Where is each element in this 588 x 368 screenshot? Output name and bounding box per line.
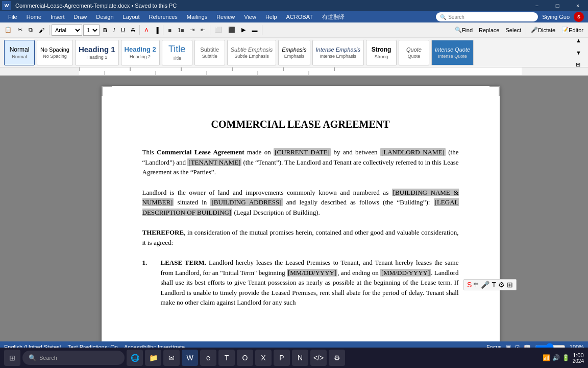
style-intense-emphasis[interactable]: Intense Emphasis Intense Emphasis bbox=[312, 40, 364, 65]
menu-insert[interactable]: Insert bbox=[46, 13, 69, 21]
clock[interactable]: 1:00 2024 bbox=[573, 352, 584, 364]
para1-prefix: This bbox=[142, 148, 157, 156]
menu-review[interactable]: Review bbox=[212, 13, 239, 21]
menu-design[interactable]: Design bbox=[92, 13, 117, 21]
menu-view[interactable]: View bbox=[240, 13, 260, 21]
translate-icon: T bbox=[492, 281, 496, 289]
style-normal[interactable]: Normal Normal bbox=[4, 40, 35, 65]
outdent-btn[interactable]: ⇤ bbox=[198, 25, 208, 36]
clipboard-btn[interactable]: 📋 bbox=[2, 25, 14, 36]
style-heading2[interactable]: Heading 2 Heading 2 bbox=[121, 40, 160, 65]
taskbar-app2[interactable]: ⚙ bbox=[329, 350, 345, 366]
replace-btn[interactable]: Replace bbox=[476, 25, 502, 36]
align-right-btn[interactable]: ▶ bbox=[239, 25, 248, 36]
menu-file[interactable]: File bbox=[4, 13, 21, 21]
dictate-btn[interactable]: 🎤 Dictate bbox=[528, 25, 558, 36]
taskbar-teams[interactable]: T bbox=[218, 350, 235, 366]
style-strong[interactable]: Strong Strong bbox=[366, 40, 397, 65]
search-input[interactable] bbox=[448, 14, 534, 20]
taskbar-outlook[interactable]: O bbox=[237, 350, 253, 366]
strikethrough-btn[interactable]: S bbox=[129, 25, 137, 36]
menu-draw[interactable]: Draw bbox=[70, 13, 91, 21]
main-area: COMMERCIAL LEASE AGREEMENT This Commerci… bbox=[0, 76, 588, 341]
font-selector[interactable]: Arial bbox=[52, 25, 82, 36]
style-subtle-emphasis[interactable]: Subtle Emphasis Subtle Emphasis bbox=[227, 40, 277, 65]
cut-btn[interactable]: ✂ bbox=[15, 25, 25, 36]
list-num-1: 1. bbox=[142, 258, 153, 308]
start-button[interactable]: ⊞ bbox=[4, 350, 20, 366]
styles-down-btn[interactable]: ▼ bbox=[573, 47, 584, 58]
document-area[interactable]: COMMERCIAL LEASE AGREEMENT This Commerci… bbox=[79, 76, 522, 341]
date1-placeholder: [MM/DD/YYYY] bbox=[287, 269, 337, 277]
para-3: THEREFORE, in consideration of the mutua… bbox=[142, 227, 459, 247]
para-1: This Commercial Lease Agreement made on … bbox=[142, 147, 459, 177]
taskbar-explorer[interactable]: 📁 bbox=[145, 350, 161, 366]
style-no-spacing[interactable]: No Spacing No Spacing bbox=[37, 40, 73, 65]
highlight-btn[interactable]: ▐ bbox=[152, 25, 161, 36]
align-left-btn[interactable]: ⬜ bbox=[212, 25, 225, 36]
para1-by: by and between bbox=[331, 148, 380, 156]
user-avatar[interactable]: S bbox=[574, 12, 584, 22]
menu-help[interactable]: Help bbox=[261, 13, 281, 21]
document-title: COMMERCIAL LEASE AGREEMENT bbox=[142, 117, 459, 132]
menu-translate[interactable]: 有道翻译 bbox=[318, 12, 349, 22]
align-center-btn[interactable]: ⬛ bbox=[226, 25, 238, 36]
styles-more-btn[interactable]: ⊞ bbox=[573, 59, 584, 68]
copy-btn[interactable]: ⧉ bbox=[26, 25, 35, 36]
taskbar-search-label: Search bbox=[39, 355, 57, 361]
taskbar-vscode[interactable]: </> bbox=[310, 350, 327, 366]
title-bar: W Commercial-Lease-Agreement-Template.do… bbox=[0, 0, 588, 11]
find-btn[interactable]: 🔍 Find bbox=[452, 25, 475, 36]
red-icon: S bbox=[467, 281, 472, 289]
separator3 bbox=[163, 25, 163, 35]
taskbar-powerpoint[interactable]: P bbox=[274, 350, 290, 366]
therefore-text: THEREFORE bbox=[142, 228, 184, 236]
taskbar-search-bar[interactable]: 🔍 Search bbox=[22, 351, 125, 365]
section1-text2: , and ending on bbox=[337, 269, 380, 277]
menu-layout[interactable]: Layout bbox=[119, 13, 144, 21]
style-quote[interactable]: Quote Quote bbox=[399, 40, 429, 65]
indent-btn[interactable]: ⇥ bbox=[187, 25, 197, 36]
taskbar-right: 📶 🔊 🔋 1:00 2024 bbox=[543, 352, 584, 364]
style-subtitle[interactable]: Subtitle Subtitle bbox=[194, 40, 225, 65]
menu-references[interactable]: References bbox=[145, 13, 182, 21]
justify-btn[interactable]: ▬ bbox=[249, 25, 260, 36]
floating-toolbar[interactable]: S 中 🎤 T ⚙ ⊞ bbox=[463, 279, 517, 290]
bullets-btn[interactable]: ≡ bbox=[165, 25, 174, 36]
menu-bar: File Home Insert Draw Design Layout Refe… bbox=[0, 11, 588, 22]
menu-mailings[interactable]: Mailings bbox=[183, 13, 211, 21]
font-color-btn[interactable]: A bbox=[142, 25, 151, 36]
para-2: Landlord is the owner of land and improv… bbox=[142, 188, 459, 218]
select-btn[interactable]: Select bbox=[503, 25, 524, 36]
style-title[interactable]: Title Title bbox=[162, 40, 192, 65]
styles-up-btn[interactable]: ▲ bbox=[573, 38, 584, 46]
taskbar-edge[interactable]: e bbox=[200, 350, 216, 366]
page[interactable]: COMMERCIAL LEASE AGREEMENT This Commerci… bbox=[102, 86, 500, 341]
style-intense-quote[interactable]: Intense Quote Intense Quote bbox=[431, 40, 474, 65]
numbering-btn[interactable]: 1≡ bbox=[175, 25, 187, 36]
restore-button[interactable]: □ bbox=[547, 0, 568, 11]
italic-btn[interactable]: I bbox=[111, 25, 117, 36]
editor-btn[interactable]: 📝 Editor bbox=[559, 25, 586, 36]
page-corner-tl bbox=[102, 86, 112, 96]
style-emphasis[interactable]: Emphasis Emphasis bbox=[278, 40, 310, 65]
taskbar-mail[interactable]: ✉ bbox=[163, 350, 180, 366]
bold-btn[interactable]: B bbox=[101, 25, 110, 36]
menu-home[interactable]: Home bbox=[22, 13, 45, 21]
menu-acrobat[interactable]: ACROBAT bbox=[282, 13, 317, 21]
taskbar-browser[interactable]: 🌐 bbox=[127, 350, 143, 366]
underline-btn[interactable]: U bbox=[118, 25, 128, 36]
taskbar-onenote[interactable]: N bbox=[292, 350, 308, 366]
taskbar: ⊞ 🔍 Search 🌐 📁 ✉ W e T O X P N </> ⚙ 📶 🔊… bbox=[0, 348, 588, 368]
taskbar-excel[interactable]: X bbox=[255, 350, 272, 366]
size-selector[interactable]: 11 bbox=[83, 25, 100, 36]
list-content-1: LEASE TERM. Landlord hereby leases the L… bbox=[161, 258, 459, 308]
minimize-button[interactable]: − bbox=[527, 0, 547, 11]
format-painter-btn[interactable]: 🖌 bbox=[36, 25, 47, 36]
styles-gallery: Normal Normal No Spacing No Spacing Head… bbox=[0, 38, 588, 67]
taskbar-word[interactable]: W bbox=[182, 350, 198, 366]
building-address-placeholder: [BUILDING ADDRESS] bbox=[210, 198, 282, 206]
close-button[interactable]: × bbox=[568, 0, 588, 11]
settings-icon: ⚙ bbox=[498, 281, 505, 289]
style-heading1[interactable]: Heading 1 Heading 1 bbox=[75, 40, 119, 65]
